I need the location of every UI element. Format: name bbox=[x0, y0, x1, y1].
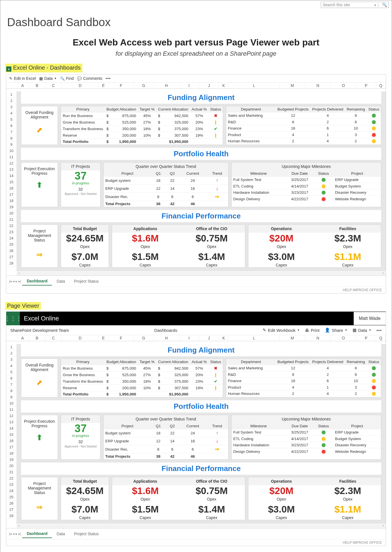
row-header[interactable]: 12 bbox=[6, 413, 16, 419]
row-header[interactable]: 3 bbox=[6, 104, 16, 110]
row-header[interactable]: 23 bbox=[6, 229, 16, 235]
app-launcher-icon[interactable]: ⋮⋮⋮ bbox=[6, 312, 20, 325]
user-name[interactable]: Matt Wade bbox=[354, 312, 386, 325]
team-name[interactable]: SharePoint Development Team bbox=[10, 328, 69, 333]
column-header[interactable]: J bbox=[199, 83, 219, 88]
row-header[interactable]: 25 bbox=[6, 494, 16, 500]
sheet-nav-first[interactable]: |◂ bbox=[9, 532, 12, 536]
row-header[interactable]: 17 bbox=[6, 444, 16, 450]
row-header[interactable]: 11 bbox=[6, 407, 16, 413]
row-header[interactable]: 12 bbox=[6, 160, 16, 166]
sheet-tab[interactable]: Project Status bbox=[70, 530, 103, 538]
row-header[interactable]: 4 bbox=[6, 363, 16, 369]
column-header[interactable]: N bbox=[305, 83, 331, 88]
sheet-tab[interactable]: Project Status bbox=[70, 277, 103, 285]
column-header[interactable]: O bbox=[331, 335, 356, 341]
column-header[interactable]: A bbox=[16, 335, 29, 341]
row-header[interactable]: 4 bbox=[6, 110, 16, 116]
site-search-input[interactable]: Search this site ▼ | 🔍 bbox=[321, 2, 389, 8]
row-header[interactable]: 21 bbox=[6, 469, 16, 475]
column-header[interactable]: M bbox=[280, 83, 305, 88]
more-menu[interactable] bbox=[106, 76, 111, 81]
sheet-nav-next[interactable]: ▸ bbox=[16, 279, 17, 283]
row-header[interactable]: 15 bbox=[6, 432, 16, 438]
column-header[interactable]: E bbox=[99, 83, 108, 88]
column-header[interactable]: B bbox=[29, 83, 45, 88]
row-header[interactable]: 17 bbox=[6, 191, 16, 198]
column-header[interactable]: K bbox=[219, 83, 229, 88]
row-header[interactable]: 16 bbox=[6, 185, 16, 191]
column-header[interactable]: F bbox=[108, 335, 134, 341]
row-header[interactable]: 2 bbox=[6, 350, 16, 357]
row-header[interactable]: 13 bbox=[6, 419, 16, 425]
edit-in-excel-button[interactable]: Edit in Excel bbox=[9, 76, 36, 81]
column-header[interactable]: C bbox=[45, 83, 62, 88]
row-header[interactable]: 5 bbox=[6, 369, 16, 375]
sheet-tab[interactable]: Data bbox=[52, 277, 70, 285]
sheet-tab[interactable]: Data bbox=[52, 530, 70, 538]
data-menu[interactable]: Data ▼ bbox=[39, 76, 57, 81]
row-header[interactable]: 28 bbox=[6, 513, 16, 519]
row-header[interactable]: 28 bbox=[6, 260, 16, 266]
row-header[interactable]: 22 bbox=[6, 475, 16, 482]
column-header[interactable]: I bbox=[179, 83, 199, 88]
sheet-nav-last[interactable]: ▸| bbox=[18, 279, 21, 283]
row-header[interactable]: 10 bbox=[6, 148, 16, 154]
sheet-tab[interactable]: Dashboard bbox=[22, 530, 52, 538]
row-header[interactable]: 11 bbox=[6, 154, 16, 160]
row-header[interactable]: 24 bbox=[6, 488, 16, 494]
sheet-nav-first[interactable]: |◂ bbox=[9, 279, 12, 283]
sheet-nav-last[interactable]: ▸| bbox=[18, 532, 21, 536]
column-header[interactable]: K bbox=[219, 335, 229, 341]
spreadsheet-grid[interactable]: Funding AlignmentOverall Funding Alignme… bbox=[16, 344, 386, 523]
horizontal-scrollbar[interactable]: ‹ › bbox=[16, 270, 386, 276]
column-header[interactable]: H bbox=[154, 335, 179, 341]
row-header[interactable]: 7 bbox=[6, 129, 16, 135]
more-menu[interactable] bbox=[376, 328, 382, 333]
row-header[interactable]: 22 bbox=[6, 223, 16, 229]
column-header[interactable]: Q bbox=[376, 83, 386, 88]
column-header[interactable]: C bbox=[45, 335, 62, 341]
column-header[interactable]: G bbox=[134, 335, 154, 341]
row-header[interactable]: 20 bbox=[6, 210, 16, 216]
column-header[interactable]: E bbox=[99, 335, 108, 341]
row-header[interactable]: 20 bbox=[6, 463, 16, 469]
row-header[interactable]: 6 bbox=[6, 375, 16, 382]
row-header[interactable]: 27 bbox=[6, 254, 16, 260]
row-header[interactable]: 1 bbox=[6, 91, 16, 98]
scroll-right-icon[interactable]: › bbox=[381, 523, 386, 528]
row-header[interactable]: 2 bbox=[6, 98, 16, 104]
row-header[interactable]: 19 bbox=[6, 457, 16, 463]
column-header[interactable]: D bbox=[62, 83, 99, 88]
column-header[interactable]: Q bbox=[376, 335, 386, 341]
edit-workbook-menu[interactable]: Edit Workbook ▼ bbox=[263, 328, 300, 333]
row-header[interactable]: 8 bbox=[6, 135, 16, 141]
column-header[interactable]: P bbox=[356, 335, 376, 341]
comments-button[interactable]: Comments bbox=[77, 76, 102, 81]
sheet-nav-prev[interactable]: ◂ bbox=[13, 532, 14, 536]
column-header[interactable]: L bbox=[229, 83, 280, 88]
row-header[interactable]: 26 bbox=[6, 500, 16, 507]
column-header[interactable]: F bbox=[108, 83, 134, 88]
column-header[interactable]: G bbox=[134, 83, 154, 88]
row-header[interactable]: 18 bbox=[6, 450, 16, 457]
column-header[interactable]: D bbox=[62, 335, 99, 341]
row-header[interactable]: 1 bbox=[6, 344, 16, 350]
spreadsheet-grid[interactable]: Funding AlignmentOverall Funding Alignme… bbox=[16, 91, 386, 270]
row-header[interactable]: 7 bbox=[6, 382, 16, 388]
row-header[interactable]: 24 bbox=[6, 235, 16, 241]
row-header[interactable]: 3 bbox=[6, 357, 16, 363]
column-header[interactable]: M bbox=[280, 335, 305, 341]
app-name[interactable]: Excel Online bbox=[20, 315, 59, 322]
row-header[interactable]: 5 bbox=[6, 116, 16, 123]
column-header[interactable]: L bbox=[229, 335, 280, 341]
scroll-right-icon[interactable]: › bbox=[381, 271, 386, 276]
column-header[interactable]: O bbox=[331, 83, 356, 88]
data-menu[interactable]: Data ▼ bbox=[353, 328, 372, 333]
scroll-left-icon[interactable]: ‹ bbox=[16, 523, 22, 528]
column-header[interactable]: J bbox=[199, 335, 219, 341]
row-header[interactable]: 25 bbox=[6, 241, 16, 248]
sheet-nav-next[interactable]: ▸ bbox=[16, 532, 17, 536]
row-header[interactable]: 23 bbox=[6, 482, 16, 488]
row-header[interactable]: 14 bbox=[6, 425, 16, 432]
